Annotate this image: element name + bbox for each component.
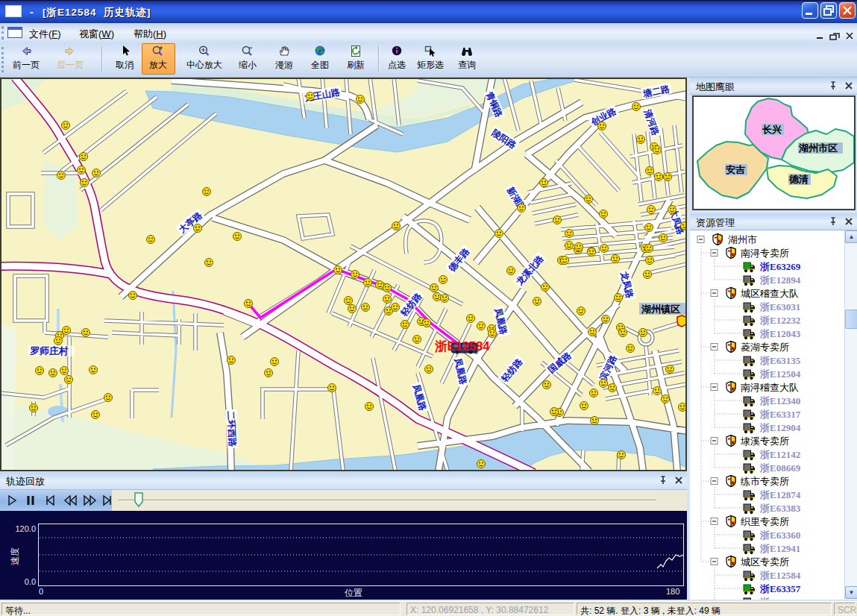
svg-text:德清: 德清 xyxy=(788,174,809,185)
svg-text:位置: 位置 xyxy=(345,588,362,598)
svg-text:凤凰路: 凤凰路 xyxy=(452,356,468,386)
svg-text:0.0: 0.0 xyxy=(25,577,36,586)
svg-text:二环西路: 二环西路 xyxy=(225,411,238,448)
svg-text:速度: 速度 xyxy=(10,547,20,565)
svg-text:湖州市区: 湖州市区 xyxy=(798,142,838,154)
svg-text:0: 0 xyxy=(39,587,43,596)
svg-text:180: 180 xyxy=(666,587,679,596)
svg-text:罗师庄村: 罗师庄村 xyxy=(30,345,69,356)
svg-text:浙E12584: 浙E12584 xyxy=(434,339,490,353)
svg-text:清河路: 清河路 xyxy=(641,107,661,137)
svg-text:湖州镇区: 湖州镇区 xyxy=(641,304,680,315)
svg-text:安吉: 安吉 xyxy=(726,164,745,175)
svg-text:长兴: 长兴 xyxy=(762,124,782,135)
svg-text:120.0: 120.0 xyxy=(15,524,36,533)
